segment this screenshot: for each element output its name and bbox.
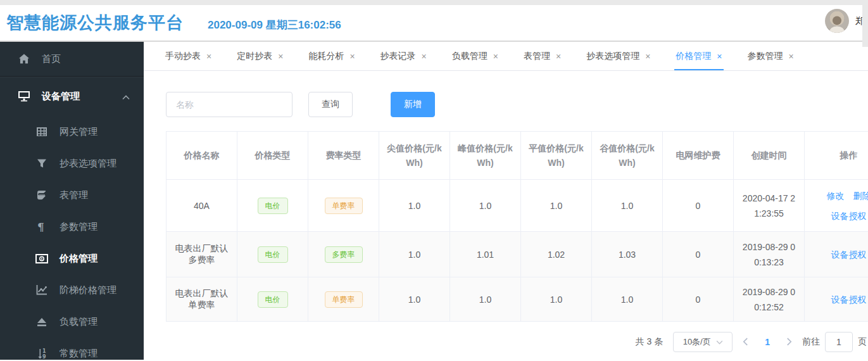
tag-电价: 电价 (258, 198, 288, 214)
cell-rate-type: 多费率 (308, 232, 379, 277)
column-header: 峰值价格(元/kWh) (450, 132, 521, 180)
column-header: 价格类型 (237, 132, 308, 180)
sidebar-item[interactable]: 网关管理 (0, 116, 144, 148)
add-button[interactable]: 新增 (391, 92, 435, 117)
tag-单费率: 单费率 (325, 198, 363, 214)
tab-close-icon[interactable]: × (645, 51, 650, 61)
cell-created-time: 2020-04-17 21:23:55 (734, 180, 805, 232)
tab-close-icon[interactable]: × (206, 51, 211, 61)
cell-peak-price: 1.0 (450, 180, 521, 232)
tab-label: 手动抄表 (165, 51, 201, 62)
tab-负载管理[interactable]: 负载管理× (439, 42, 511, 70)
tab-抄表选项管理[interactable]: 抄表选项管理× (574, 42, 663, 70)
pager: 1 (743, 337, 792, 348)
next-page-button[interactable] (786, 337, 792, 348)
sidebar-item[interactable]: 19常数管理 (0, 338, 144, 360)
prev-page-button[interactable] (743, 337, 748, 348)
action-link-设备授权[interactable]: 设备授权 (831, 246, 867, 263)
avatar[interactable] (825, 9, 849, 33)
page-size-select[interactable]: 10条/页 (673, 332, 733, 352)
tab-定时抄表[interactable]: 定时抄表× (224, 42, 296, 70)
column-header: 费率类型 (308, 132, 379, 180)
tab-表管理[interactable]: 表管理× (511, 42, 574, 70)
tab-close-icon[interactable]: × (717, 51, 722, 61)
current-datetime: 2020-09-09 星期三16:02:56 (208, 18, 341, 32)
total-count: 共 3 条 (636, 336, 664, 348)
table-header-row: 价格名称价格类型费率类型尖值价格(元/kWh)峰值价格(元/kWh)平值价格(元… (167, 132, 868, 180)
column-header: 电网维护费 (663, 132, 734, 180)
action-link-删除[interactable]: 删除 (853, 187, 868, 204)
sidebar: 首页 设备管理 网关管理抄表选项管理表管理¶参数管理价格管理阶梯价格管理负载管理… (0, 42, 144, 360)
sidebar-item[interactable]: 表管理 (0, 179, 144, 211)
svg-text:¶: ¶ (37, 222, 44, 232)
sidebar-item[interactable]: 负载管理 (0, 306, 144, 338)
sidebar-item-label: 网关管理 (60, 126, 97, 138)
sidebar-submenu: 网关管理抄表选项管理表管理¶参数管理价格管理阶梯价格管理负载管理19常数管理 (0, 116, 144, 360)
cell-flat-price: 1.0 (521, 180, 592, 232)
cell-created-time: 2019-08-29 00:13:23 (734, 232, 805, 277)
action-link-设备授权[interactable]: 设备授权 (831, 208, 867, 224)
column-header: 平值价格(元/kWh) (521, 132, 592, 180)
tag-电价: 电价 (258, 246, 288, 263)
window-top-strip (0, 0, 868, 5)
pagination: 共 3 条 10条/页 1 前往 (166, 332, 868, 352)
money-icon (35, 252, 48, 265)
page-size-value: 10条/页 (683, 336, 711, 348)
query-button[interactable]: 查询 (308, 92, 353, 117)
action-link-修改[interactable]: 修改 (827, 187, 845, 204)
cell-sharp-price: 1.0 (379, 277, 450, 322)
sidebar-item[interactable]: 抄表选项管理 (0, 148, 144, 179)
cell-created-time: 2019-08-29 00:12:52 (734, 277, 805, 322)
sidebar-item-label: 首页 (42, 53, 61, 65)
cell-flat-price: 1.0 (521, 277, 592, 322)
sidebar-group-device-management[interactable]: 设备管理 (0, 77, 144, 116)
user-menu[interactable]: 郑 (825, 9, 867, 33)
tab-手动抄表[interactable]: 手动抄表× (153, 42, 224, 70)
tab-close-icon[interactable]: × (422, 51, 427, 61)
tab-bar: 手动抄表×定时抄表×能耗分析×抄表记录×负载管理×表管理×抄表选项管理×价格管理… (144, 42, 868, 71)
tab-label: 参数管理 (748, 51, 783, 62)
cell-price-type: 电价 (237, 232, 308, 277)
row-actions: 修改删除设备授权 (811, 187, 868, 224)
tab-close-icon[interactable]: × (789, 51, 794, 61)
cell-actions: 修改删除设备授权 (805, 180, 868, 232)
sidebar-item[interactable]: 阶梯价格管理 (0, 274, 144, 306)
column-header: 尖值价格(元/kWh) (379, 132, 450, 180)
tab-抄表记录[interactable]: 抄表记录× (368, 42, 439, 70)
sidebar-item-label: 负载管理 (60, 316, 97, 328)
tab-close-icon[interactable]: × (278, 51, 283, 61)
tab-close-icon[interactable]: × (556, 51, 561, 61)
monitor-icon (18, 90, 30, 103)
sidebar-item-label: 表管理 (60, 189, 88, 201)
column-header: 操作 (805, 132, 868, 180)
main-content: 手动抄表×定时抄表×能耗分析×抄表记录×负载管理×表管理×抄表选项管理×价格管理… (144, 42, 868, 360)
action-link-设备授权[interactable]: 设备授权 (831, 291, 867, 308)
sidebar-item[interactable]: ¶参数管理 (0, 211, 144, 243)
cell-flat-price: 1.02 (521, 232, 592, 277)
cell-price-type: 电价 (237, 277, 308, 322)
tab-label: 负载管理 (452, 51, 487, 62)
tab-价格管理[interactable]: 价格管理× (663, 42, 734, 70)
eject-icon (35, 315, 48, 328)
search-input[interactable] (166, 92, 292, 117)
column-header: 价格名称 (167, 132, 237, 180)
tab-label: 能耗分析 (308, 51, 344, 62)
tab-close-icon[interactable]: × (349, 51, 355, 61)
tag-电价: 电价 (258, 291, 288, 308)
app-title: 智慧能源公共服务平台 (6, 11, 184, 34)
tag-多费率: 多费率 (325, 246, 363, 263)
table-row: 电表出厂默认多费率电价多费率1.01.011.021.0302019-08-29… (167, 232, 868, 277)
goto-page-input[interactable] (825, 332, 853, 352)
sidebar-item-label: 常数管理 (60, 348, 97, 360)
sidebar-item[interactable]: 价格管理 (0, 243, 144, 274)
page-number[interactable]: 1 (765, 337, 770, 347)
tab-参数管理[interactable]: 参数管理× (735, 42, 807, 70)
sort-numeric-icon: 19 (35, 347, 48, 360)
chevron-up-icon (122, 91, 130, 102)
sidebar-item-home[interactable]: 首页 (0, 42, 144, 77)
tab-能耗分析[interactable]: 能耗分析× (296, 42, 367, 70)
tab-label: 价格管理 (676, 51, 711, 62)
table-body: 40A电价单费率1.01.01.01.002020-04-17 21:23:55… (167, 180, 868, 322)
cell-valley-price: 1.0 (592, 180, 663, 232)
tab-close-icon[interactable]: × (493, 51, 498, 61)
